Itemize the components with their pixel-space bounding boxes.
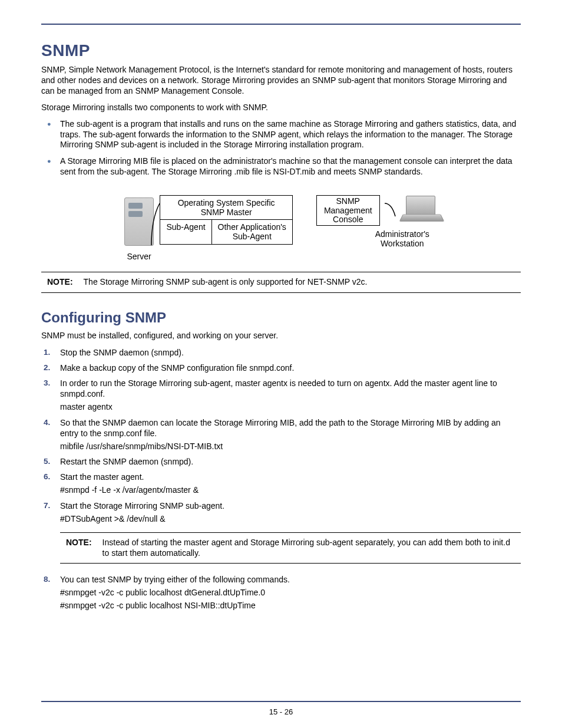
laptop-icon: [401, 196, 441, 225]
step-text: You can test SNMP by trying either of th…: [60, 575, 290, 584]
page-number: 15 - 26: [0, 707, 562, 716]
intro-paragraph-2: Storage Mirroring installs two component…: [41, 103, 521, 113]
step-7: Start the Storage Mirroring SNMP sub-age…: [41, 500, 521, 524]
step-code: master agentx: [60, 401, 521, 412]
step-2: Make a backup copy of the SNMP configura…: [41, 363, 521, 373]
step-code: #snmpget -v2c -c public localhost NSI-MI…: [60, 600, 521, 611]
note-body: The Storage Mirroring SNMP sub-agent is …: [84, 277, 368, 288]
top-rule: [41, 24, 521, 25]
workstation-label: Administrator's Workstation: [375, 229, 429, 248]
wire-icon: [150, 195, 161, 248]
step-5: Restart the SNMP daemon (snmpd).: [41, 456, 521, 467]
os-master-label: Operating System Specific SNMP Master: [160, 196, 292, 220]
step-text: Stop the SNMP daemon (snmpd).: [60, 348, 184, 357]
bullet-2: A Storage Mirroring MIB file is placed o…: [41, 156, 521, 177]
step-text: So that the SNMP daemon can locate the S…: [60, 418, 501, 438]
other-sub-agent-label: Other Application's Sub-Agent: [212, 220, 292, 243]
numbered-steps: Stop the SNMP daemon (snmpd). Make a bac…: [41, 347, 521, 524]
step-text: Start the Storage Mirroring SNMP sub-age…: [60, 501, 224, 510]
bullet-list: The sub-agent is a program that installs…: [41, 119, 521, 178]
note-1: NOTE: The Storage Mirroring SNMP sub-age…: [41, 272, 521, 293]
snmp-diagram: Operating System Specific SNMP Master Su…: [41, 195, 521, 261]
bottom-rule: [41, 701, 521, 702]
bullet-1: The sub-agent is a program that installs…: [41, 119, 521, 151]
intro-paragraph-1: SNMP, Simple Network Management Protocol…: [41, 65, 521, 97]
note-body: Instead of starting the master agent and…: [103, 538, 518, 558]
step-text: Make a backup copy of the SNMP configura…: [60, 363, 294, 373]
step-text: Restart the SNMP daemon (snmpd).: [60, 457, 193, 466]
step-text: In order to run the Storage Mirroring su…: [60, 378, 497, 398]
note-2: NOTE: Instead of starting the master age…: [60, 532, 521, 564]
diagram-left: Operating System Specific SNMP Master Su…: [121, 195, 292, 261]
sub-agent-label: Sub-Agent: [160, 220, 211, 243]
step-6: Start the master agent. #snmpd -f -Le -x…: [41, 472, 521, 495]
step-8: You can test SNMP by trying either of th…: [41, 574, 521, 611]
note-label: NOTE:: [62, 538, 92, 558]
step-code: #snmpget -v2c -c public localhost dtGene…: [60, 587, 521, 598]
server-label: Server: [127, 252, 151, 261]
step-code: #DTSubAgent >& /dev/null &: [60, 513, 521, 524]
console-box: SNMP Management Console: [316, 195, 380, 226]
diagram-right: SNMP Management Console Administrator's …: [316, 195, 441, 261]
document-page: SNMP SNMP, Simple Network Management Pro…: [0, 0, 562, 728]
note-label: NOTE:: [44, 277, 73, 288]
step-code: #snmpd -f -Le -x /var/agentx/master &: [60, 485, 521, 495]
wire-icon: [385, 199, 396, 222]
step-1: Stop the SNMP daemon (snmpd).: [41, 347, 521, 358]
heading-snmp: SNMP: [41, 41, 521, 60]
step-text: Start the master agent.: [60, 472, 144, 482]
numbered-steps-cont: You can test SNMP by trying either of th…: [41, 574, 521, 611]
heading-configuring: Configuring SNMP: [41, 309, 521, 326]
step-3: In order to run the Storage Mirroring su…: [41, 378, 521, 413]
os-master-box: Operating System Specific SNMP Master Su…: [160, 195, 292, 244]
step-4: So that the SNMP daemon can locate the S…: [41, 417, 521, 452]
config-intro: SNMP must be installed, configured, and …: [41, 331, 521, 341]
step-code: mibfile /usr/share/snmp/mibs/NSI-DT-MIB.…: [60, 441, 521, 452]
